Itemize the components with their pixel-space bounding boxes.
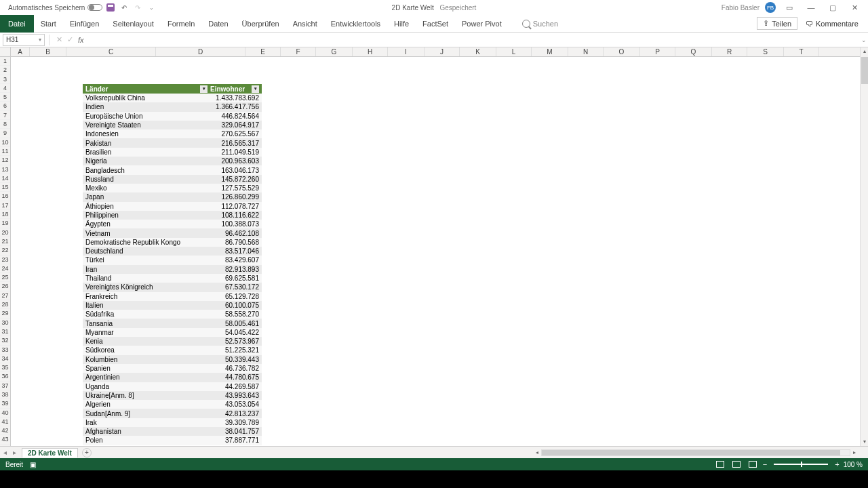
table-row[interactable]: Pakistan216.565.317 [83, 138, 262, 147]
row-header[interactable]: 29 [0, 309, 10, 318]
row-header[interactable]: 4 [0, 84, 10, 93]
row-header[interactable]: 12 [0, 156, 10, 165]
table-row[interactable]: Vereinigte Staaten329.064.917 [83, 121, 262, 129]
table-header-population[interactable]: ▾ Einwohner [209, 85, 262, 93]
table-row[interactable]: Argentinien44.780.675 [83, 373, 262, 382]
tab-formeln[interactable]: Formeln [161, 15, 201, 33]
cell-population[interactable]: 446.824.564 [209, 113, 262, 120]
cell-country[interactable]: Mexiko [83, 184, 209, 192]
cell-population[interactable]: 1.366.417.756 [209, 103, 262, 110]
cell-country[interactable]: Myanmar [83, 329, 209, 336]
cell-population[interactable]: 67.530.172 [209, 283, 262, 291]
tab-überprüfen[interactable]: Überprüfen [235, 15, 286, 33]
column-header[interactable]: P [640, 47, 675, 56]
table-row[interactable]: Vereinigtes Königreich67.530.172 [83, 283, 262, 291]
cell-country[interactable]: Ägypten [83, 220, 209, 228]
column-header[interactable]: O [604, 47, 640, 56]
cell-country[interactable]: Tansania [83, 320, 209, 327]
row-header[interactable]: 14 [0, 174, 10, 183]
formula-input[interactable] [87, 34, 857, 46]
cell-population[interactable]: 108.116.622 [209, 211, 262, 219]
scroll-right-button[interactable]: ▸ [850, 449, 859, 455]
cell-population[interactable]: 58.005.461 [209, 320, 262, 327]
cell-population[interactable]: 46.736.782 [209, 365, 262, 372]
cell-country[interactable]: Indien [83, 103, 209, 110]
row-header[interactable]: 38 [0, 390, 10, 399]
cell-population[interactable]: 58.558.270 [209, 310, 262, 318]
cell-population[interactable]: 52.573.967 [209, 338, 262, 345]
table-row[interactable]: Demokratische Republik Kongo86.790.568 [83, 238, 262, 247]
table-row[interactable]: Nigeria200.963.603 [83, 157, 262, 165]
row-header[interactable]: 1 [0, 57, 10, 66]
table-row[interactable]: Uganda44.269.587 [83, 382, 262, 391]
cell-population[interactable]: 200.963.603 [209, 157, 262, 165]
cell-country[interactable]: Deutschland [83, 247, 209, 255]
undo-button[interactable]: ↶ [119, 2, 130, 13]
scroll-down-button[interactable]: ▾ [861, 438, 868, 446]
cell-population[interactable]: 145.872.260 [209, 176, 262, 183]
cell-country[interactable]: Türkei [83, 256, 209, 264]
table-row[interactable]: Tansania58.005.461 [83, 319, 262, 327]
row-header[interactable]: 23 [0, 256, 10, 264]
column-header[interactable]: D [156, 47, 245, 56]
cell-population[interactable]: 60.100.075 [209, 302, 262, 309]
cell-population[interactable]: 54.045.422 [209, 329, 262, 336]
cell-country[interactable]: Italien [83, 302, 209, 309]
cell-country[interactable]: Pakistan [83, 140, 209, 147]
table-row[interactable]: Bangladesch163.046.173 [83, 165, 262, 174]
cell-population[interactable]: 216.565.317 [209, 140, 262, 147]
cell-country[interactable]: Europäische Union [83, 113, 209, 120]
table-row[interactable]: Ukraine[Anm. 8]43.993.643 [83, 391, 262, 400]
close-button[interactable]: ✕ [846, 1, 863, 14]
column-header[interactable]: K [460, 47, 496, 56]
table-row[interactable]: Myanmar54.045.422 [83, 328, 262, 337]
column-header[interactable]: F [281, 47, 316, 56]
cell-population[interactable]: 51.225.321 [209, 346, 262, 354]
tab-hilfe[interactable]: Hilfe [387, 15, 416, 33]
sheet-tab[interactable]: 2D Karte Welt [22, 448, 78, 458]
table-row[interactable]: Japan126.860.299 [83, 192, 262, 201]
cell-country[interactable]: Philippinen [83, 211, 209, 219]
fx-icon[interactable]: fx [78, 36, 84, 44]
row-header[interactable]: 8 [0, 120, 10, 129]
qat-customize[interactable]: ⌄ [146, 2, 157, 13]
tab-einfügen[interactable]: Einfügen [63, 15, 106, 33]
row-header[interactable]: 33 [0, 346, 10, 354]
table-row[interactable]: Vietnam96.462.108 [83, 228, 262, 237]
toggle-switch-icon[interactable] [87, 4, 102, 11]
cell-country[interactable]: Kenia [83, 338, 209, 345]
row-header[interactable]: 24 [0, 264, 10, 273]
cell-population[interactable]: 69.625.581 [209, 274, 262, 282]
cell-population[interactable]: 82.913.893 [209, 266, 262, 273]
redo-button[interactable]: ↷ [132, 2, 143, 13]
column-header[interactable]: L [496, 47, 532, 56]
scroll-left-button[interactable]: ◂ [533, 449, 541, 455]
tab-datei[interactable]: Datei [0, 15, 34, 33]
cell-population[interactable]: 42.813.237 [209, 410, 262, 418]
column-header[interactable]: B [30, 47, 66, 56]
row-header[interactable]: 7 [0, 111, 10, 120]
cell-population[interactable]: 39.309.789 [209, 419, 262, 426]
cell-population[interactable]: 43.053.054 [209, 401, 262, 408]
cell-country[interactable]: Spanien [83, 365, 209, 372]
chevron-down-icon[interactable]: ▾ [39, 37, 41, 43]
row-header[interactable]: 36 [0, 372, 10, 381]
page-layout-view-button[interactable] [730, 460, 743, 469]
column-header[interactable]: I [388, 47, 425, 56]
table-row[interactable]: Europäische Union446.824.564 [83, 112, 262, 121]
comments-button[interactable]: 🗨 Kommentare [802, 18, 863, 29]
table-row[interactable]: Afghanistan38.041.757 [83, 427, 262, 436]
macro-record-icon[interactable]: ▣ [30, 461, 36, 468]
row-header[interactable]: 19 [0, 219, 10, 228]
expand-formula-bar[interactable]: ⌄ [861, 37, 867, 43]
cell-population[interactable]: 270.625.567 [209, 130, 262, 138]
scroll-thumb[interactable] [861, 57, 868, 84]
cell-country[interactable]: Sudan[Anm. 9] [83, 410, 209, 418]
row-header[interactable]: 41 [0, 418, 10, 426]
cell-population[interactable]: 329.064.917 [209, 121, 262, 129]
cell-population[interactable]: 43.993.643 [209, 392, 262, 399]
cell-country[interactable]: Kolumbien [83, 356, 209, 363]
column-header[interactable]: G [316, 47, 353, 56]
column-headers[interactable]: ABCDEFGHIJKLMNOPQRST [11, 47, 860, 57]
cell-population[interactable]: 100.388.073 [209, 220, 262, 228]
